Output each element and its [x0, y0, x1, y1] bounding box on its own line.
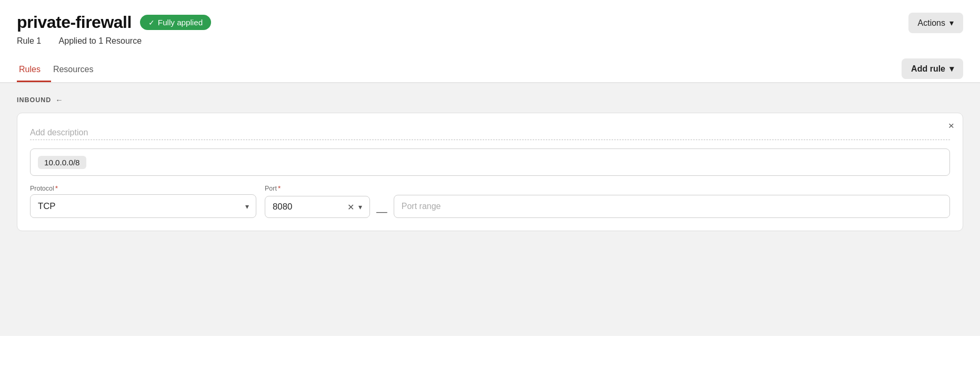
subtitle-separator: [46, 36, 53, 46]
port-label: Port *: [265, 184, 950, 192]
header: private-firewall ✓ Fully applied Rule 1 …: [0, 0, 980, 46]
protocol-select[interactable]: TCP UDP ICMP: [30, 194, 256, 218]
port-value: 8080: [273, 202, 343, 212]
dash-separator-icon: —: [376, 195, 387, 218]
inbound-label-text: INBOUND: [17, 96, 51, 104]
add-rule-label: Add rule: [911, 64, 945, 74]
rule-card: × 10.0.0.0/8 Protocol * TCP UDP ICMP: [17, 113, 963, 231]
protocol-required-star: *: [55, 184, 58, 192]
port-required-star: *: [278, 184, 281, 192]
rule-fields-row: Protocol * TCP UDP ICMP ▾ Port *: [30, 184, 950, 218]
main-content: INBOUND ← × 10.0.0.0/8 Protocol * TCP: [0, 83, 980, 336]
tabs-left: Rules Resources: [17, 59, 104, 81]
ip-tag: 10.0.0.0/8: [38, 156, 86, 169]
actions-chevron-icon: ▾: [949, 18, 954, 28]
add-rule-chevron-icon: ▾: [949, 64, 954, 74]
tab-resources[interactable]: Resources: [51, 59, 104, 82]
close-button[interactable]: ×: [948, 121, 954, 131]
port-field-group: Port * 8080 ✕ ▾ —: [265, 184, 950, 218]
actions-button[interactable]: Actions ▾: [908, 13, 963, 33]
protocol-select-wrapper: TCP UDP ICMP ▾: [30, 194, 256, 218]
port-clear-icon[interactable]: ✕: [347, 202, 354, 212]
actions-label: Actions: [918, 18, 945, 28]
inbound-section-label: INBOUND ←: [17, 96, 963, 104]
close-icon: ×: [948, 120, 954, 131]
port-dropdown-icon[interactable]: ▾: [358, 203, 362, 211]
tab-rules[interactable]: Rules: [17, 59, 51, 82]
page-title: private-firewall: [17, 13, 132, 32]
ip-input-area[interactable]: 10.0.0.0/8: [30, 148, 950, 176]
description-input[interactable]: [30, 126, 950, 140]
status-badge: ✓ Fully applied: [140, 15, 211, 30]
port-wrapper[interactable]: 8080 ✕ ▾: [265, 196, 370, 218]
protocol-label: Protocol *: [30, 184, 256, 192]
applied-to: Applied to 1 Resource: [59, 36, 142, 46]
port-range-input[interactable]: [394, 195, 950, 218]
add-rule-button[interactable]: Add rule ▾: [902, 58, 963, 79]
protocol-field-group: Protocol * TCP UDP ICMP ▾: [30, 184, 256, 218]
inbound-arrow-icon: ←: [55, 96, 63, 104]
subtitle-row: Rule 1 Applied to 1 Resource: [17, 36, 211, 46]
check-icon: ✓: [148, 18, 155, 27]
header-left: private-firewall ✓ Fully applied Rule 1 …: [17, 13, 211, 46]
port-field-container: 8080 ✕ ▾ —: [265, 194, 950, 218]
rule-count: Rule 1: [17, 36, 41, 46]
title-row: private-firewall ✓ Fully applied: [17, 13, 211, 32]
tabs-area: Rules Resources Add rule ▾: [0, 58, 980, 83]
status-badge-label: Fully applied: [158, 18, 203, 27]
